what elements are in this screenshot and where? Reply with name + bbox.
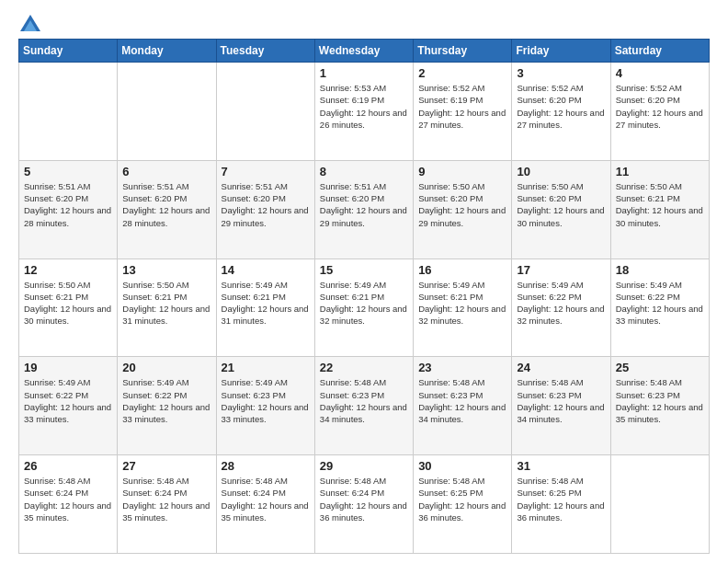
day-info: Sunrise: 5:51 AM Sunset: 6:20 PM Dayligh… — [24, 180, 112, 229]
day-info: Sunrise: 5:48 AM Sunset: 6:24 PM Dayligh… — [122, 475, 210, 523]
day-number: 25 — [616, 361, 704, 374]
day-info: Sunrise: 5:49 AM Sunset: 6:23 PM Dayligh… — [222, 376, 310, 425]
day-info: Sunrise: 5:49 AM Sunset: 6:22 PM Dayligh… — [24, 376, 112, 425]
day-number: 14 — [222, 263, 310, 277]
day-number: 27 — [122, 459, 210, 473]
day-number: 3 — [517, 66, 605, 80]
day-number: 1 — [320, 66, 408, 80]
day-number: 22 — [320, 361, 408, 374]
calendar-cell: 22Sunrise: 5:48 AM Sunset: 6:23 PM Dayli… — [314, 357, 413, 455]
day-info: Sunrise: 5:51 AM Sunset: 6:20 PM Dayligh… — [122, 180, 210, 229]
day-info: Sunrise: 5:49 AM Sunset: 6:22 PM Dayligh… — [122, 376, 210, 425]
logo — [18, 15, 40, 31]
day-number: 18 — [616, 263, 704, 277]
calendar-cell: 13Sunrise: 5:50 AM Sunset: 6:21 PM Dayli… — [118, 259, 216, 357]
day-number: 26 — [24, 459, 112, 473]
calendar-week-5: 26Sunrise: 5:48 AM Sunset: 6:24 PM Dayli… — [19, 455, 710, 554]
day-info: Sunrise: 5:50 AM Sunset: 6:21 PM Dayligh… — [616, 180, 704, 229]
weekday-header-thursday: Thursday — [414, 40, 512, 63]
weekday-header-sunday: Sunday — [19, 40, 118, 63]
day-number: 13 — [122, 263, 210, 277]
calendar-cell: 26Sunrise: 5:48 AM Sunset: 6:24 PM Dayli… — [19, 455, 118, 554]
calendar-header-row: SundayMondayTuesdayWednesdayThursdayFrid… — [19, 40, 710, 63]
calendar-cell: 28Sunrise: 5:48 AM Sunset: 6:24 PM Dayli… — [216, 455, 314, 554]
day-info: Sunrise: 5:51 AM Sunset: 6:20 PM Dayligh… — [320, 180, 408, 229]
day-info: Sunrise: 5:48 AM Sunset: 6:23 PM Dayligh… — [517, 376, 605, 425]
day-info: Sunrise: 5:49 AM Sunset: 6:21 PM Dayligh… — [418, 279, 506, 327]
calendar-cell: 9Sunrise: 5:50 AM Sunset: 6:20 PM Daylig… — [414, 160, 512, 259]
calendar-cell: 24Sunrise: 5:48 AM Sunset: 6:23 PM Dayli… — [512, 357, 610, 455]
calendar-cell: 31Sunrise: 5:48 AM Sunset: 6:25 PM Dayli… — [512, 455, 610, 554]
calendar-cell: 17Sunrise: 5:49 AM Sunset: 6:22 PM Dayli… — [512, 259, 610, 357]
calendar-cell: 25Sunrise: 5:48 AM Sunset: 6:23 PM Dayli… — [610, 357, 709, 455]
day-number: 23 — [418, 361, 506, 374]
day-number: 19 — [24, 361, 112, 374]
day-info: Sunrise: 5:48 AM Sunset: 6:25 PM Dayligh… — [418, 475, 506, 523]
day-info: Sunrise: 5:48 AM Sunset: 6:24 PM Dayligh… — [222, 475, 310, 523]
calendar-cell: 10Sunrise: 5:50 AM Sunset: 6:20 PM Dayli… — [512, 160, 610, 259]
calendar-week-3: 12Sunrise: 5:50 AM Sunset: 6:21 PM Dayli… — [19, 259, 710, 357]
day-info: Sunrise: 5:52 AM Sunset: 6:19 PM Dayligh… — [418, 82, 506, 131]
calendar-cell — [19, 63, 118, 161]
logo-icon — [20, 15, 40, 31]
calendar-week-2: 5Sunrise: 5:51 AM Sunset: 6:20 PM Daylig… — [19, 160, 710, 259]
day-info: Sunrise: 5:52 AM Sunset: 6:20 PM Dayligh… — [517, 82, 605, 131]
weekday-header-friday: Friday — [512, 40, 610, 63]
day-info: Sunrise: 5:48 AM Sunset: 6:23 PM Dayligh… — [418, 376, 506, 425]
calendar-table: SundayMondayTuesdayWednesdayThursdayFrid… — [18, 39, 710, 554]
day-number: 10 — [517, 165, 605, 178]
calendar-cell — [118, 63, 216, 161]
calendar-cell: 4Sunrise: 5:52 AM Sunset: 6:20 PM Daylig… — [610, 63, 709, 161]
calendar-week-1: 1Sunrise: 5:53 AM Sunset: 6:19 PM Daylig… — [19, 63, 710, 161]
day-number: 5 — [24, 165, 112, 178]
day-number: 28 — [222, 459, 310, 473]
day-info: Sunrise: 5:49 AM Sunset: 6:22 PM Dayligh… — [616, 279, 704, 327]
calendar-cell: 21Sunrise: 5:49 AM Sunset: 6:23 PM Dayli… — [216, 357, 314, 455]
day-info: Sunrise: 5:48 AM Sunset: 6:24 PM Dayligh… — [320, 475, 408, 523]
day-number: 6 — [122, 165, 210, 178]
calendar-cell: 12Sunrise: 5:50 AM Sunset: 6:21 PM Dayli… — [19, 259, 118, 357]
calendar-cell: 18Sunrise: 5:49 AM Sunset: 6:22 PM Dayli… — [610, 259, 709, 357]
calendar-cell: 19Sunrise: 5:49 AM Sunset: 6:22 PM Dayli… — [19, 357, 118, 455]
day-number: 9 — [418, 165, 506, 178]
calendar-cell — [216, 63, 314, 161]
calendar-cell: 20Sunrise: 5:49 AM Sunset: 6:22 PM Dayli… — [118, 357, 216, 455]
day-info: Sunrise: 5:51 AM Sunset: 6:20 PM Dayligh… — [222, 180, 310, 229]
day-info: Sunrise: 5:52 AM Sunset: 6:20 PM Dayligh… — [616, 82, 704, 131]
day-number: 20 — [122, 361, 210, 374]
day-number: 24 — [517, 361, 605, 374]
calendar-cell: 6Sunrise: 5:51 AM Sunset: 6:20 PM Daylig… — [118, 160, 216, 259]
day-number: 15 — [320, 263, 408, 277]
day-number: 11 — [616, 165, 704, 178]
calendar-cell: 14Sunrise: 5:49 AM Sunset: 6:21 PM Dayli… — [216, 259, 314, 357]
weekday-header-monday: Monday — [118, 40, 216, 63]
day-info: Sunrise: 5:49 AM Sunset: 6:21 PM Dayligh… — [222, 279, 310, 327]
page-header — [18, 15, 710, 31]
calendar-cell: 3Sunrise: 5:52 AM Sunset: 6:20 PM Daylig… — [512, 63, 610, 161]
day-number: 21 — [222, 361, 310, 374]
day-number: 17 — [517, 263, 605, 277]
weekday-header-tuesday: Tuesday — [216, 40, 314, 63]
weekday-header-saturday: Saturday — [610, 40, 709, 63]
day-info: Sunrise: 5:50 AM Sunset: 6:20 PM Dayligh… — [517, 180, 605, 229]
calendar-cell: 11Sunrise: 5:50 AM Sunset: 6:21 PM Dayli… — [610, 160, 709, 259]
day-number: 2 — [418, 66, 506, 80]
calendar-cell: 7Sunrise: 5:51 AM Sunset: 6:20 PM Daylig… — [216, 160, 314, 259]
calendar-week-4: 19Sunrise: 5:49 AM Sunset: 6:22 PM Dayli… — [19, 357, 710, 455]
calendar-cell: 1Sunrise: 5:53 AM Sunset: 6:19 PM Daylig… — [314, 63, 413, 161]
calendar-cell: 2Sunrise: 5:52 AM Sunset: 6:19 PM Daylig… — [414, 63, 512, 161]
day-number: 16 — [418, 263, 506, 277]
day-number: 8 — [320, 165, 408, 178]
day-number: 31 — [517, 459, 605, 473]
day-info: Sunrise: 5:50 AM Sunset: 6:21 PM Dayligh… — [122, 279, 210, 327]
day-info: Sunrise: 5:53 AM Sunset: 6:19 PM Dayligh… — [320, 82, 408, 131]
day-number: 4 — [616, 66, 704, 80]
calendar-cell: 5Sunrise: 5:51 AM Sunset: 6:20 PM Daylig… — [19, 160, 118, 259]
weekday-header-wednesday: Wednesday — [314, 40, 413, 63]
day-info: Sunrise: 5:48 AM Sunset: 6:24 PM Dayligh… — [24, 475, 112, 523]
day-number: 30 — [418, 459, 506, 473]
calendar-cell: 15Sunrise: 5:49 AM Sunset: 6:21 PM Dayli… — [314, 259, 413, 357]
day-info: Sunrise: 5:49 AM Sunset: 6:22 PM Dayligh… — [517, 279, 605, 327]
day-info: Sunrise: 5:50 AM Sunset: 6:20 PM Dayligh… — [418, 180, 506, 229]
calendar-cell: 27Sunrise: 5:48 AM Sunset: 6:24 PM Dayli… — [118, 455, 216, 554]
